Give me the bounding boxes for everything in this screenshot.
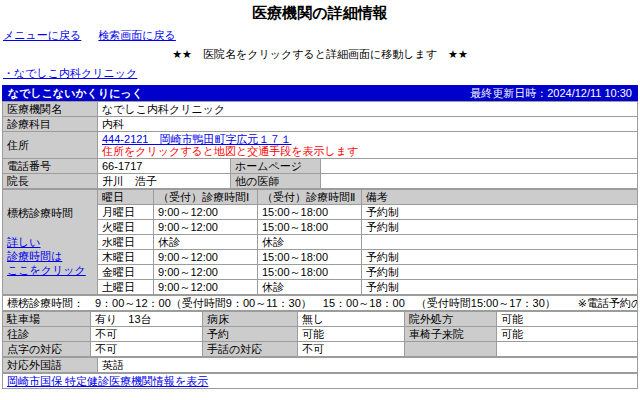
schedule-day: 金曜日 [98, 265, 154, 280]
schedule-row: 月曜日 9:00～12:00 15:00～18:00 予約制 [3, 205, 638, 220]
schedule-detail-links: 詳しい 診療時間は ここをクリック [7, 235, 93, 277]
table-row: 標榜診療時間 詳しい 診療時間は ここをクリック 曜日 （受付）診療時間Ⅰ （受… [3, 190, 638, 205]
schedule-time1: 9:00～12:00 [154, 265, 258, 280]
house-call-label: 往診 [3, 327, 91, 342]
notice-text: ★★ 医院名をクリックすると詳細画面に移動します ★★ [0, 44, 640, 63]
parking-label: 駐車場 [3, 312, 91, 327]
schedule-time2: 休診 [258, 235, 362, 250]
schedule-row: 金曜日 9:00～12:00 15:00～18:00 予約制 [3, 265, 638, 280]
table-row: 岡崎市国保 特定健診医療機関情報を表示 [3, 374, 638, 389]
search-back-link[interactable]: 検索画面に戻る [98, 29, 176, 41]
schedule-time2: 15:00～18:00 [258, 250, 362, 265]
sign-language-label: 手話の対応 [203, 342, 298, 357]
clinic-kana-name: なでしこないかくりにっく [8, 86, 143, 101]
schedule-note: 予約制 [362, 265, 638, 280]
dept-value: 内科 [98, 117, 638, 132]
kokuho-checkup-info-link[interactable]: 岡崎市国保 特定健診医療機関情報を表示 [7, 375, 208, 387]
schedule-section-label: 標榜診療時間 [7, 207, 93, 219]
detail-hours-link-1[interactable]: 詳しい [7, 236, 41, 248]
footer-link-cell: 岡崎市国保 特定健診医療機関情報を表示 [3, 374, 638, 389]
house-call-value: 不可 [91, 327, 203, 342]
schedule-note: 予約制 [362, 205, 638, 220]
table-row: 標榜診療時間： 9：00～12：00（受付時間9：00～11：30） 15：00… [3, 296, 638, 311]
clinic-name-value: なでしこ内科クリニック [98, 102, 638, 117]
schedule-day: 月曜日 [98, 205, 154, 220]
detail-hours-link-2[interactable]: 診療時間は [7, 250, 62, 262]
schedule-footnote-table: 標榜診療時間： 9：00～12：00（受付時間9：00～11：30） 15：00… [2, 295, 638, 311]
schedule-time1: 9:00～12:00 [154, 250, 258, 265]
clinic-link-row: ・なでしこ内科クリニック [0, 63, 640, 85]
schedule-time2: 15:00～18:00 [258, 220, 362, 235]
facilities-table: 駐車場 有り 13台 病床 無し 院外処方 可能 往診 不可 予約 可能 車椅子… [2, 311, 638, 357]
beds-label: 病床 [203, 312, 298, 327]
footer-link-table: 岡崎市国保 特定健診医療機関情報を表示 [2, 373, 638, 389]
wheelchair-value: 可能 [497, 327, 638, 342]
page-title: 医療機関の詳細情報 [0, 0, 640, 25]
table-row: 院長 升川 浩子 他の医師 [3, 174, 638, 189]
table-row: 往診 不可 予約 可能 車椅子来院 可能 [3, 327, 638, 342]
external-rx-label: 院外処方 [405, 312, 497, 327]
page: 医療機関の詳細情報 メニューに戻る 検索画面に戻る ★★ 医院名をクリックすると… [0, 0, 640, 400]
basic-info-table: 医療機関名 なでしこ内科クリニック 診療科目 内科 住所 444-2121 岡崎… [2, 101, 638, 189]
schedule-day: 火曜日 [98, 220, 154, 235]
language-value: 英語 [98, 358, 638, 373]
address-cell: 444-2121 岡崎市鴨田町字広元１７１ 住所をクリックすると地図と交通手段を… [98, 132, 638, 159]
schedule-row: 火曜日 9:00～12:00 15:00～18:00 予約制 [3, 220, 638, 235]
external-rx-value: 可能 [497, 312, 638, 327]
address-link[interactable]: 444-2121 岡崎市鴨田町字広元１７１ [102, 133, 292, 145]
menu-back-link[interactable]: メニューに戻る [3, 29, 81, 41]
schedule-time1: 9:00～12:00 [154, 220, 258, 235]
language-table: 対応外国語 英語 [2, 357, 638, 373]
schedule-time1: 9:00～12:00 [154, 205, 258, 220]
schedule-row: 土曜日 9:00～12:00 休診 予約制 [3, 280, 638, 295]
sign-language-value: 不可 [298, 342, 405, 357]
nav-links: メニューに戻る 検索画面に戻る [0, 25, 640, 44]
table-row: 住所 444-2121 岡崎市鴨田町字広元１７１ 住所をクリックすると地図と交通… [3, 132, 638, 159]
schedule-note [362, 235, 638, 250]
address-label: 住所 [3, 132, 98, 159]
schedule-header-time1: （受付）診療時間Ⅰ [154, 190, 258, 205]
schedule-time1: 9:00～12:00 [154, 280, 258, 295]
schedule-time2: 休診 [258, 280, 362, 295]
language-label: 対応外国語 [3, 358, 98, 373]
schedule-day: 木曜日 [98, 250, 154, 265]
braille-label: 点字の対応 [3, 342, 91, 357]
table-row: 医療機関名 なでしこ内科クリニック [3, 102, 638, 117]
schedule-footnote: 標榜診療時間： 9：00～12：00（受付時間9：00～11：30） 15：00… [3, 296, 638, 311]
table-row: 対応外国語 英語 [3, 358, 638, 373]
empty-label-cell [405, 342, 497, 357]
clinic-header-bar: なでしこないかくりにっく 最終更新日時：2024/12/11 10:30 [2, 85, 638, 101]
table-row: 駐車場 有り 13台 病床 無し 院外処方 可能 [3, 312, 638, 327]
phone-value: 66-1717 [98, 159, 231, 174]
homepage-label: ホームページ [231, 159, 321, 174]
schedule-section-cell: 標榜診療時間 詳しい 診療時間は ここをクリック [3, 190, 98, 295]
homepage-value [321, 159, 638, 174]
schedule-time2: 15:00～18:00 [258, 265, 362, 280]
other-doctor-label: 他の医師 [231, 174, 321, 189]
schedule-note: 予約制 [362, 250, 638, 265]
braille-value: 不可 [91, 342, 203, 357]
clinic-name-link[interactable]: ・なでしこ内科クリニック [3, 67, 137, 79]
schedule-note: 予約制 [362, 280, 638, 295]
reservation-label: 予約 [203, 327, 298, 342]
phone-label: 電話番号 [3, 159, 98, 174]
table-row: 診療科目 内科 [3, 117, 638, 132]
name-label: 医療機関名 [3, 102, 98, 117]
schedule-row: 水曜日 休診 休診 [3, 235, 638, 250]
schedule-header-note: 備考 [362, 190, 638, 205]
other-doctor-value [321, 174, 638, 189]
schedule-header-day: 曜日 [98, 190, 154, 205]
schedule-day: 水曜日 [98, 235, 154, 250]
dept-label: 診療科目 [3, 117, 98, 132]
parking-value: 有り 13台 [91, 312, 203, 327]
detail-hours-link-3[interactable]: ここをクリック [7, 264, 86, 276]
table-row: 点字の対応 不可 手話の対応 不可 [3, 342, 638, 357]
schedule-time1: 休診 [154, 235, 258, 250]
schedule-time2: 15:00～18:00 [258, 205, 362, 220]
reservation-value: 可能 [298, 327, 405, 342]
director-value: 升川 浩子 [98, 174, 231, 189]
director-label: 院長 [3, 174, 98, 189]
beds-value: 無し [298, 312, 405, 327]
empty-value-cell [497, 342, 638, 357]
schedule-table: 標榜診療時間 詳しい 診療時間は ここをクリック 曜日 （受付）診療時間Ⅰ （受… [2, 189, 638, 295]
